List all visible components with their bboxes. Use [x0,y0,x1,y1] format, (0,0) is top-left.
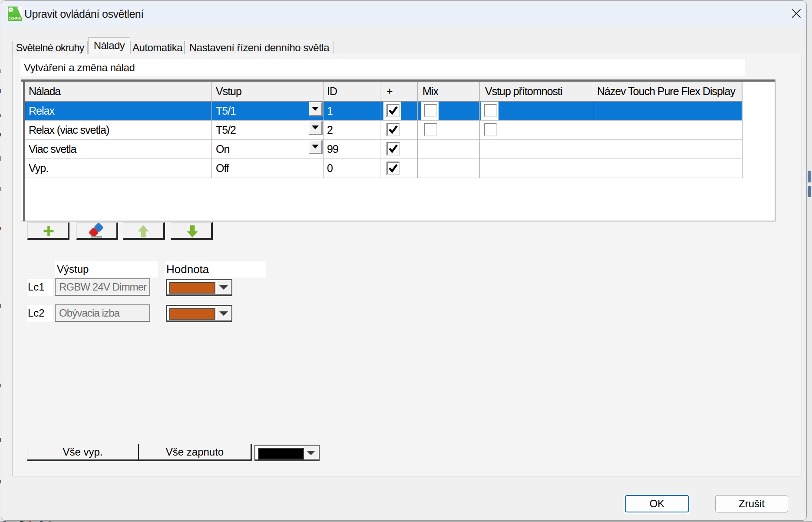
svg-text:CONFIG: CONFIG [9,17,21,20]
